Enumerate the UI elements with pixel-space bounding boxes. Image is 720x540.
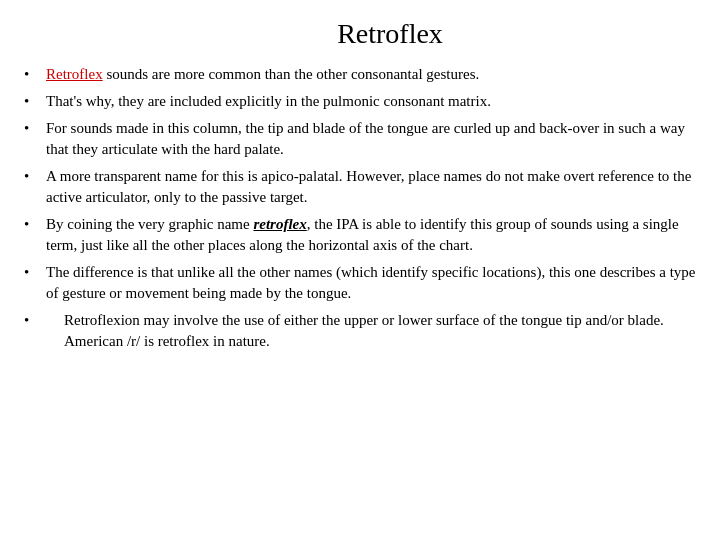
list-item: •Retroflexion may involve the use of eit… xyxy=(24,310,696,352)
list-item-text: Retroflexion may involve the use of eith… xyxy=(46,310,696,352)
retroflex-bold-italic: retroflex xyxy=(253,216,306,232)
retroflex-red-link: Retroflex xyxy=(46,66,103,82)
page-title: Retroflex xyxy=(84,18,696,50)
list-item: •For sounds made in this column, the tip… xyxy=(24,118,696,160)
bullet-symbol: • xyxy=(24,262,42,283)
bullet-symbol: • xyxy=(24,166,42,187)
bullet-symbol: • xyxy=(24,118,42,139)
list-item-text: Retroflex sounds are more common than th… xyxy=(46,64,696,85)
list-item-text: By coining the very graphic name retrofl… xyxy=(46,214,696,256)
list-item-text: For sounds made in this column, the tip … xyxy=(46,118,696,160)
list-item: •Retroflex sounds are more common than t… xyxy=(24,64,696,85)
bullet-symbol: • xyxy=(24,310,42,331)
list-item: •By coining the very graphic name retrof… xyxy=(24,214,696,256)
bullet-symbol: • xyxy=(24,214,42,235)
list-item: •The difference is that unlike all the o… xyxy=(24,262,696,304)
list-item-text: The difference is that unlike all the ot… xyxy=(46,262,696,304)
list-item-text: A more transparent name for this is apic… xyxy=(46,166,696,208)
bullet-symbol: • xyxy=(24,91,42,112)
list-item-text: That's why, they are included explicitly… xyxy=(46,91,696,112)
bullet-symbol: • xyxy=(24,64,42,85)
list-item: •A more transparent name for this is api… xyxy=(24,166,696,208)
bullet-list: •Retroflex sounds are more common than t… xyxy=(24,64,696,352)
list-item: •That's why, they are included explicitl… xyxy=(24,91,696,112)
main-container: Retroflex •Retroflex sounds are more com… xyxy=(0,0,720,376)
